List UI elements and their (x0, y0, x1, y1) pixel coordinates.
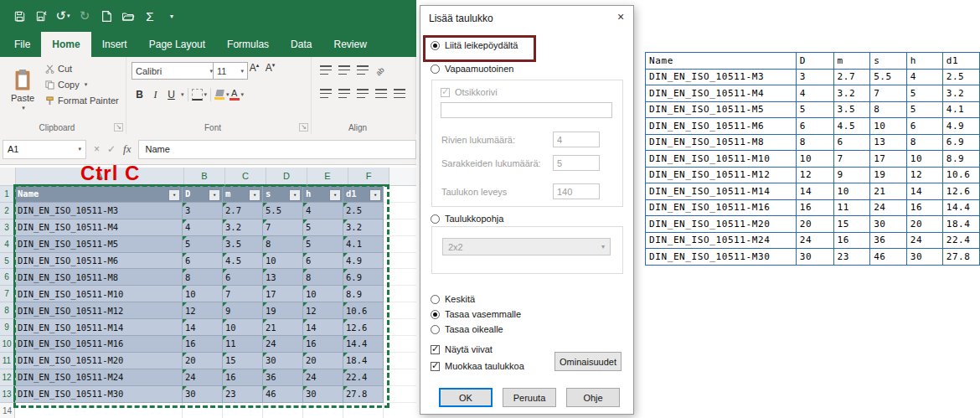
cell[interactable]: DIN_EN_ISO_10511-M6 (15, 253, 183, 270)
radio-paste-from-clipboard[interactable]: Liitä leikepöydältä (431, 40, 518, 50)
clipboard-dialog-launcher-icon[interactable]: ↘ (114, 123, 123, 132)
decrease-indent-icon[interactable] (375, 89, 387, 98)
radio-freeform[interactable]: Vapaamuotoinen (431, 64, 513, 74)
enter-icon[interactable]: ✓ (107, 143, 116, 155)
table-header-cell[interactable]: d1▾ (343, 186, 384, 203)
cell[interactable]: DIN_EN_ISO_10511-M5 (15, 236, 183, 253)
cell[interactable]: 46 (263, 386, 303, 403)
cell[interactable] (384, 369, 416, 386)
cell[interactable]: 30 (263, 353, 303, 369)
cell[interactable]: 14 (303, 319, 343, 336)
cell[interactable]: 4.9 (343, 253, 384, 270)
insert-function-icon[interactable]: fx (123, 142, 131, 156)
cell[interactable]: 11 (223, 336, 263, 353)
row-header-10[interactable]: 10 (0, 336, 15, 353)
row-header-7[interactable]: 7 (0, 286, 15, 302)
font-dialog-launcher-icon[interactable]: ↘ (299, 123, 308, 132)
cell[interactable]: 2.7 (223, 203, 263, 219)
cell[interactable]: 10 (223, 319, 263, 336)
filter-button[interactable]: ▾ (249, 189, 260, 201)
tab-home[interactable]: Home (41, 32, 90, 57)
cell[interactable]: 2.5 (343, 203, 384, 219)
cell[interactable]: 6.9 (343, 269, 384, 286)
cell[interactable] (384, 386, 416, 403)
cell[interactable]: 27.8 (343, 386, 384, 403)
cell[interactable]: 22.4 (343, 369, 384, 386)
align-center-icon[interactable] (338, 89, 350, 98)
ok-button[interactable]: OK (439, 388, 493, 407)
autosum-icon[interactable]: Σ (139, 5, 161, 27)
cancel-icon[interactable]: × (94, 143, 100, 155)
cell[interactable]: 12.6 (343, 319, 384, 336)
cell[interactable]: 8 (303, 269, 343, 286)
name-box[interactable]: A1 ▾ (3, 140, 86, 159)
cell[interactable]: 10 (263, 253, 303, 270)
cell[interactable]: 24 (183, 369, 223, 386)
cell[interactable] (384, 319, 416, 336)
align-top-icon[interactable] (320, 65, 332, 75)
increase-font-icon[interactable]: A▴ (246, 62, 262, 74)
row-header-11[interactable]: 11 (0, 353, 15, 369)
underline-button[interactable]: U (163, 89, 179, 101)
cell[interactable]: 5.5 (263, 203, 303, 219)
row-header-9[interactable]: 9 (0, 319, 15, 336)
tab-page-layout[interactable]: Page Layout (138, 32, 216, 57)
save-icon[interactable] (8, 5, 30, 27)
cell[interactable]: 14.4 (343, 336, 384, 353)
cell[interactable]: 16 (183, 336, 223, 353)
cell[interactable]: 21 (263, 319, 303, 336)
cell[interactable]: 8 (183, 269, 223, 286)
cell[interactable]: 36 (263, 369, 303, 386)
properties-button[interactable]: Ominaisuudet (554, 352, 622, 371)
column-header-D[interactable]: D (266, 168, 307, 186)
cell[interactable]: 6 (223, 269, 263, 286)
cell[interactable]: 16 (303, 336, 343, 353)
cell[interactable]: 6 (183, 253, 223, 270)
column-header-C[interactable]: C (225, 168, 266, 186)
row-header-12[interactable]: 12 (0, 369, 15, 386)
cell[interactable]: 24 (303, 369, 343, 386)
cell[interactable]: 5 (303, 236, 343, 253)
row-header-5[interactable]: 5 (0, 253, 15, 270)
cell[interactable] (384, 186, 416, 203)
cell[interactable]: 3.2 (223, 219, 263, 236)
row-header-2[interactable]: 2 (0, 203, 15, 219)
cell[interactable]: DIN_EN_ISO_10511-M8 (15, 269, 183, 286)
filter-button[interactable]: ▾ (329, 189, 341, 201)
formula-input[interactable]: Name (138, 140, 416, 159)
paste-button[interactable]: Paste ▾ (4, 61, 41, 118)
save-as-icon[interactable] (30, 5, 52, 27)
align-bottom-icon[interactable] (357, 65, 369, 75)
cell[interactable]: 24 (263, 336, 303, 353)
tab-insert[interactable]: Insert (91, 32, 138, 57)
filter-button[interactable]: ▾ (209, 189, 220, 201)
decrease-font-icon[interactable]: A▾ (262, 62, 278, 74)
cell[interactable]: 10 (183, 286, 223, 302)
cell[interactable]: 30 (183, 386, 223, 403)
cut-button[interactable]: Cut (45, 64, 119, 74)
cell[interactable]: 12 (183, 302, 223, 319)
cell[interactable]: 6 (303, 253, 343, 270)
cell[interactable]: 10 (303, 286, 343, 302)
cell[interactable]: 3.5 (223, 236, 263, 253)
cell[interactable] (384, 353, 416, 369)
cell[interactable]: 4 (183, 219, 223, 236)
new-file-icon[interactable] (95, 5, 117, 27)
cell[interactable]: DIN_EN_ISO_10511-M3 (15, 203, 183, 219)
font-color-icon[interactable]: A (230, 89, 240, 101)
tab-data[interactable]: Data (280, 32, 322, 57)
help-button[interactable]: Ohje (566, 388, 620, 407)
radio-align-right[interactable]: Tasaa oikealle (431, 324, 503, 334)
bold-button[interactable]: B (132, 89, 147, 101)
cell[interactable]: 8 (263, 236, 303, 253)
cell[interactable]: 5 (303, 219, 343, 236)
cell[interactable]: 7 (223, 286, 263, 302)
filter-button[interactable]: ▾ (168, 189, 180, 201)
cell[interactable] (15, 403, 183, 418)
cell[interactable]: DIN_EN_ISO_10511-M20 (15, 353, 183, 369)
cell[interactable]: 23 (223, 386, 263, 403)
cell[interactable] (384, 336, 416, 353)
cell[interactable]: 14 (183, 319, 223, 336)
inserted-cad-table[interactable]: NameDmshd1 DIN_EN_ISO_10511-M332.75.542.… (645, 52, 980, 266)
qat-menu-icon[interactable]: ▾ (161, 5, 183, 27)
